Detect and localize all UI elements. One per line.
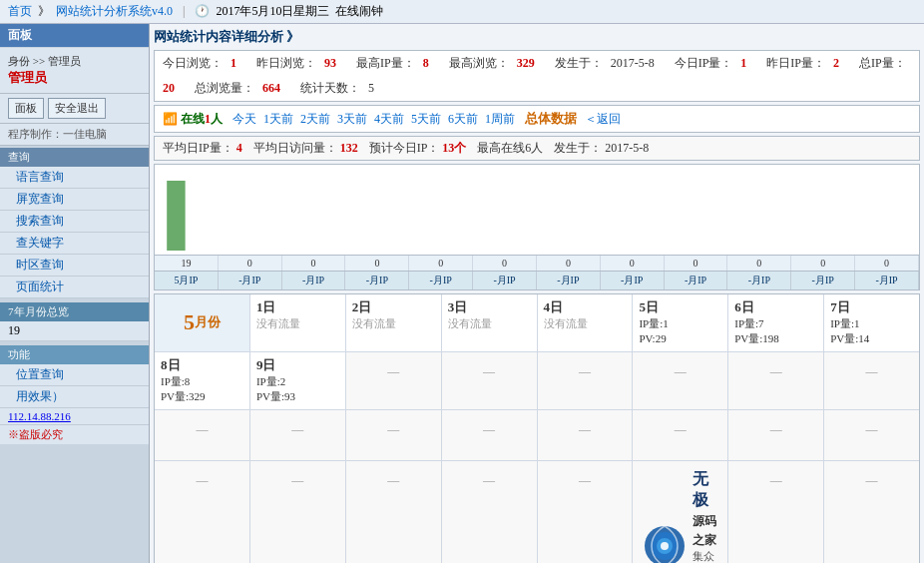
sidebar-panel-title: 面板	[0, 24, 149, 47]
total-data-label[interactable]: 总体数据	[525, 110, 577, 128]
d3-link[interactable]: 3天前	[337, 112, 367, 126]
day-3-label: 3日	[448, 298, 531, 316]
chart-month-11: -月IP	[855, 272, 919, 289]
d6-link[interactable]: 6天前	[448, 112, 478, 126]
cal-empty-r3-7: —	[728, 410, 824, 460]
chart-num-7: 0	[601, 256, 665, 271]
chart-num-3: 0	[345, 256, 409, 271]
back-btn[interactable]: ＜返回	[585, 111, 621, 128]
day-9-ip: IP量:2	[256, 374, 339, 389]
d5-link[interactable]: 5天前	[411, 112, 441, 126]
watermark-tagline2: 集众所思—分众所想	[693, 549, 717, 563]
chart-num-1: 0	[219, 256, 282, 271]
stat-days-label: 统计天数：	[300, 80, 360, 97]
cal-empty-2: —	[442, 352, 538, 409]
cal-day-7: 7日 IP量:1 PV量:14	[824, 294, 919, 351]
d2-link[interactable]: 2天前	[300, 112, 330, 126]
yesterday-pv-label: 昨日浏览：	[256, 55, 316, 72]
chart-num-8: 0	[665, 256, 728, 271]
sidebar-item-screen[interactable]: 屏宽查询	[0, 189, 149, 211]
dash-r4-7: —	[734, 465, 817, 496]
chart-svg	[159, 171, 915, 251]
watermark: 无极 源码之家 集众所思—分众所想	[639, 465, 721, 563]
chart-inner	[155, 165, 919, 255]
cal-row-2: 8日 IP量:8 PV量:329 9日 IP量:2 PV量:93 — — — —…	[155, 352, 919, 410]
sidebar-ip[interactable]: 112.14.88.216	[0, 408, 149, 425]
cal-row-4: — — — — —	[155, 461, 919, 563]
today-link[interactable]: 今天	[232, 112, 256, 126]
cal-empty-r4-5: —	[538, 461, 634, 563]
dash-r4-4: —	[448, 465, 531, 496]
sidebar-item-keyword[interactable]: 查关键字	[0, 233, 149, 255]
user-name: 管理员	[8, 69, 141, 87]
cal-day-6: 6日 IP量:7 PV量:198	[728, 294, 824, 351]
d7-link[interactable]: 1周前	[485, 112, 515, 126]
chart-num-9: 0	[727, 256, 791, 271]
query-group-title: 查询	[0, 148, 149, 167]
avg-pv-label: 平均日访问量：	[253, 141, 337, 155]
sidebar-item-page[interactable]: 页面统计	[0, 277, 149, 298]
chart-month-3: -月IP	[345, 272, 409, 289]
sidebar-item-timezone[interactable]: 时区查询	[0, 255, 149, 277]
avg-ip-val: 4	[236, 141, 242, 155]
day-1-label: 1日	[256, 298, 339, 316]
home-link[interactable]: 首页	[8, 3, 32, 20]
chart-num-0: 19	[155, 256, 219, 271]
sidebar-func-effect[interactable]: 用效果）	[0, 386, 149, 408]
chart-num-labels: 19 0 0 0 0 0 0 0 0 0 0 0	[155, 255, 919, 271]
occur-date-val: 2017-5-8	[611, 56, 655, 71]
occur-avg-label: 发生于：	[554, 141, 602, 155]
main-layout: 面板 身份 >> 管理员 管理员 面板 安全退出 程序制作：一佳电脑 查询 语言…	[0, 24, 924, 563]
topbar: 首页 》 网站统计分析系统v4.0 | 🕐 2017年5月10日星期三 在线闹钟	[0, 0, 924, 24]
cal-empty-6: —	[824, 352, 919, 409]
logout-button[interactable]: 安全退出	[48, 98, 106, 119]
cal-empty-5: —	[728, 352, 824, 409]
day-4-label: 4日	[544, 298, 627, 316]
total-ip-label: 总IP量：	[859, 55, 906, 72]
chart-num-6: 0	[537, 256, 601, 271]
chart-month-1: -月IP	[219, 272, 282, 289]
clock-icon: 🕐	[195, 4, 210, 19]
cal-day-8: 8日 IP量:8 PV量:329	[155, 352, 250, 409]
cal-month-num: 5	[184, 309, 195, 335]
day-8-pv: PV量:329	[161, 389, 243, 404]
panel-button[interactable]: 面板	[8, 98, 44, 119]
cal-empty-r4-8: —	[824, 461, 919, 563]
max-online-label: 最高在线6人	[477, 141, 543, 155]
day-5-label: 5日	[639, 298, 721, 316]
system-name-link[interactable]: 网站统计分析系统v4.0	[56, 3, 173, 20]
day-7-pv: PV量:14	[830, 331, 913, 346]
d1-link[interactable]: 1天前	[263, 112, 293, 126]
sidebar-year: 19	[0, 321, 149, 341]
cal-empty-r3-2: —	[250, 410, 346, 460]
sidebar-item-search[interactable]: 搜索查询	[0, 211, 149, 233]
dash-r3-8: —	[830, 414, 913, 445]
cal-empty-r4-1: —	[155, 461, 250, 563]
dash-r4-3: —	[352, 465, 435, 496]
day-5-pv: PV:29	[639, 331, 721, 346]
dash-1: —	[352, 356, 435, 387]
clock-label: 在线闹钟	[335, 3, 383, 20]
online-indicator: 📶 在线1人	[163, 111, 223, 128]
chart-month-8: -月IP	[665, 272, 728, 289]
dash-2: —	[448, 356, 531, 387]
sidebar-item-lang[interactable]: 语言查询	[0, 167, 149, 189]
cal-day-1: 1日 没有流量	[250, 294, 346, 351]
d4-link[interactable]: 4天前	[374, 112, 404, 126]
day-3-noflow: 没有流量	[448, 316, 531, 331]
watermark-brand: 无极 源码之家	[693, 469, 717, 549]
avg-ip-label: 平均日IP量：	[163, 141, 233, 155]
breadcrumb-sep: 》	[38, 3, 50, 20]
today-ip-label: 今日IP量：	[675, 55, 733, 72]
chart-month-labels: 5月IP -月IP -月IP -月IP -月IP -月IP -月IP -月IP …	[155, 271, 919, 289]
cal-month-unit: 月份	[195, 313, 221, 331]
avg-bar: 平均日IP量： 4 平均日访问量： 132 预计今日IP： 13个 最高在线6人…	[154, 136, 920, 161]
svg-point-4	[661, 542, 669, 550]
sidebar-func-location[interactable]: 位置查询	[0, 364, 149, 386]
total-pv-val: 664	[262, 81, 280, 96]
cal-empty-3: —	[538, 352, 634, 409]
day-2-label: 2日	[352, 298, 435, 316]
cal-empty-r3-4: —	[442, 410, 538, 460]
day-9-pv: PV量:93	[256, 389, 339, 404]
online-count: 1	[205, 112, 211, 126]
